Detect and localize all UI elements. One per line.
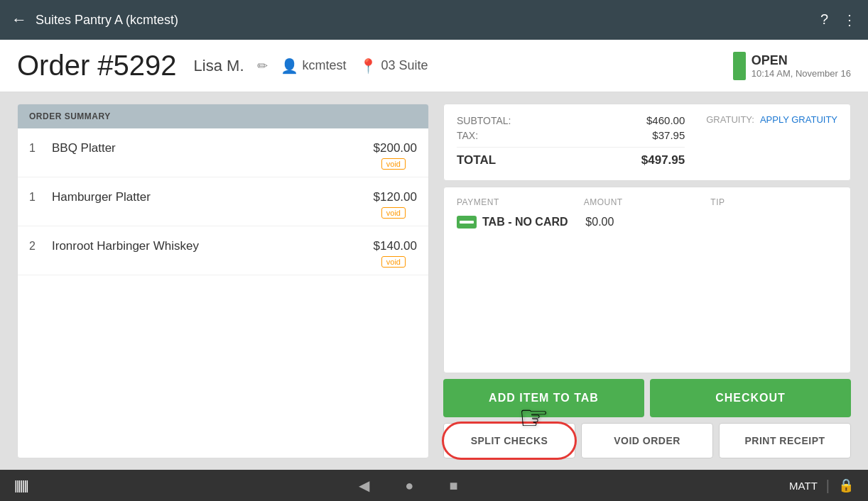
tax-amount: $37.95 [652, 129, 685, 141]
app-title: Suites Pantry A (kcmtest) [36, 13, 820, 28]
apply-gratuity-button[interactable]: APPLY GRATUITY [760, 114, 837, 125]
item-price: $200.00 [374, 141, 417, 155]
bottom-right-section: MATT | 🔒 [789, 478, 854, 494]
print-receipt-button[interactable]: PRINT RECEIPT [719, 423, 851, 458]
total-amount: $497.95 [641, 153, 685, 167]
nav-home-button[interactable]: ● [405, 478, 413, 494]
location-icon: 📍 [359, 57, 377, 75]
order-items-list: 1 BBQ Platter $200.00 void 1 Hamburger P… [18, 128, 428, 458]
item-qty: 2 [29, 240, 43, 253]
status-indicator [733, 52, 746, 80]
subtotal-label: SUBTOTAL: [457, 115, 511, 126]
tax-row: TAX: $37.95 [457, 129, 685, 141]
subtotal-amount: $460.00 [646, 114, 685, 126]
order-summary-header: ORDER SUMMARY [18, 104, 428, 128]
item-name: Hamburger Platter [52, 190, 365, 204]
table-row: 2 Ironroot Harbinger Whiskey $140.00 voi… [18, 226, 428, 275]
nav-recents-button[interactable]: ■ [449, 478, 457, 494]
order-header: Order #5292 Lisa M. ✏ 👤 kcmtest 📍 03 Sui… [0, 40, 868, 92]
item-qty: 1 [29, 142, 43, 155]
account-icon: 👤 [281, 57, 298, 75]
total-label: TOTAL [457, 153, 496, 167]
totals-section: SUBTOTAL: $460.00 TAX: $37.95 TOTAL $497… [443, 104, 851, 181]
tab-card-icon [457, 216, 477, 229]
system-nav: ◀ ● ■ [359, 477, 457, 494]
main-content: ORDER SUMMARY 1 BBQ Platter $200.00 void [0, 92, 868, 470]
menu-icon[interactable]: ⋮ [842, 11, 857, 28]
add-item-to-tab-button[interactable]: ADD ITEM TO TAB [443, 379, 644, 417]
payment-amount: $0.00 [585, 216, 708, 229]
status-badge: OPEN 10:14 AM, November 16 [733, 52, 851, 80]
payment-section: PAYMENT AMOUNT TIP TAB - NO CARD $0.00 [443, 187, 851, 373]
item-price: $120.00 [374, 190, 417, 204]
current-user-label: MATT [789, 480, 818, 492]
right-panel: SUBTOTAL: $460.00 TAX: $37.95 TOTAL $497… [443, 104, 851, 458]
lock-icon[interactable]: 🔒 [838, 478, 854, 493]
item-qty: 1 [29, 191, 43, 204]
order-summary-panel: ORDER SUMMARY 1 BBQ Platter $200.00 void [17, 104, 429, 458]
separator: | [826, 478, 830, 494]
tip-col-header: TIP [710, 197, 837, 207]
payment-col-header: PAYMENT [457, 197, 584, 207]
void-badge[interactable]: void [381, 158, 406, 170]
account-name: kcmtest [303, 58, 347, 73]
status-time: 10:14 AM, November 16 [752, 68, 851, 79]
primary-action-buttons: ADD ITEM TO TAB CHECKOUT [443, 379, 851, 417]
item-name: Ironroot Harbinger Whiskey [52, 239, 365, 253]
table-row: 1 BBQ Platter $200.00 void [18, 128, 428, 177]
location-name: 03 Suite [381, 58, 428, 73]
nav-back-button[interactable]: ◀ [359, 477, 369, 494]
amount-col-header: AMOUNT [584, 197, 711, 207]
split-checks-button[interactable]: SPLIT CHECKS [443, 423, 575, 458]
item-price: $140.00 [374, 239, 417, 253]
void-badge[interactable]: void [381, 256, 406, 268]
payment-method-name: TAB - NO CARD [482, 216, 568, 229]
status-label: OPEN [752, 53, 851, 68]
table-row: 1 Hamburger Platter $120.00 void [18, 177, 428, 226]
tax-label: TAX: [457, 130, 478, 141]
subtotal-row: SUBTOTAL: $460.00 [457, 114, 685, 126]
void-order-button[interactable]: VOID ORDER [581, 423, 713, 458]
payment-table-header: PAYMENT AMOUNT TIP [457, 197, 837, 207]
order-title: Order #5292 [17, 50, 177, 82]
help-icon[interactable]: ? [820, 11, 828, 28]
back-button[interactable]: ← [11, 11, 27, 29]
checkout-button[interactable]: CHECKOUT [650, 379, 851, 417]
top-navigation-bar: ← Suites Pantry A (kcmtest) ? ⋮ [0, 0, 868, 40]
payment-method: TAB - NO CARD [457, 216, 580, 229]
user-name: Lisa M. [194, 57, 244, 75]
barcode-icon: ||||||| [14, 478, 28, 493]
total-row: TOTAL $497.95 [457, 153, 685, 167]
edit-icon[interactable]: ✏ [257, 58, 268, 74]
bottom-navigation-bar: ||||||| ◀ ● ■ MATT | 🔒 [0, 470, 868, 501]
void-badge[interactable]: void [381, 207, 406, 219]
secondary-action-buttons: SPLIT CHECKS VOID ORDER PRINT RECEIPT [443, 423, 851, 458]
payment-row: TAB - NO CARD $0.00 [457, 216, 837, 229]
item-name: BBQ Platter [52, 141, 365, 155]
gratuity-label: GRATUITY: [706, 114, 754, 125]
